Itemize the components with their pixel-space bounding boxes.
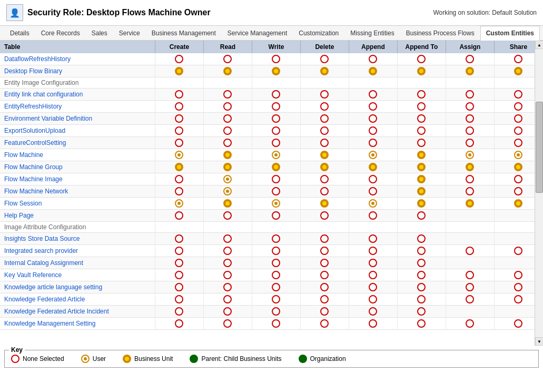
table-cell-create[interactable] bbox=[155, 293, 203, 306]
vertical-scrollbar[interactable]: ▲ ▼ bbox=[535, 41, 543, 346]
table-cell-create[interactable] bbox=[155, 113, 203, 125]
table-cell-appendTo[interactable] bbox=[397, 89, 446, 101]
perm-none-icon[interactable] bbox=[466, 187, 474, 195]
table-cell-create[interactable] bbox=[155, 210, 203, 222]
table-cell-create[interactable] bbox=[155, 318, 203, 330]
perm-none-icon[interactable] bbox=[272, 126, 280, 135]
table-cell-appendTo[interactable] bbox=[397, 306, 446, 318]
perm-none-icon[interactable] bbox=[175, 114, 183, 123]
perm-bu-icon[interactable] bbox=[514, 199, 522, 208]
table-name-link[interactable]: ExportSolutionUpload bbox=[4, 127, 65, 134]
perm-none-icon[interactable] bbox=[272, 175, 280, 183]
perm-user-icon[interactable] bbox=[369, 151, 377, 159]
perm-bu-icon[interactable] bbox=[417, 199, 426, 208]
table-cell-read[interactable] bbox=[203, 245, 252, 257]
table-cell-write[interactable] bbox=[252, 149, 300, 161]
perm-none-icon[interactable] bbox=[514, 126, 522, 135]
table-cell-create[interactable] bbox=[155, 281, 203, 293]
table-cell-create[interactable] bbox=[155, 257, 203, 269]
table-name-link[interactable]: Entity link chat configuration bbox=[4, 91, 83, 98]
perm-none-icon[interactable] bbox=[369, 247, 377, 255]
scroll-up-button[interactable]: ▲ bbox=[535, 41, 543, 49]
perm-none-icon[interactable] bbox=[369, 234, 377, 243]
table-cell-assign[interactable] bbox=[446, 245, 494, 257]
table-cell-append[interactable] bbox=[349, 281, 397, 293]
table-cell-write[interactable] bbox=[252, 77, 300, 89]
table-name-link[interactable]: Knowledge Federated Article Incident bbox=[4, 308, 109, 315]
table-cell-create[interactable] bbox=[155, 198, 203, 210]
tab-details[interactable]: Details bbox=[4, 26, 35, 40]
perm-none-icon[interactable] bbox=[369, 187, 377, 195]
table-cell-delete[interactable] bbox=[300, 77, 349, 89]
table-cell-create[interactable] bbox=[155, 125, 203, 137]
perm-none-icon[interactable] bbox=[369, 126, 377, 135]
table-name-link[interactable]: Help Page bbox=[4, 212, 34, 219]
table-cell-assign[interactable] bbox=[446, 281, 494, 293]
table-cell-append[interactable] bbox=[349, 89, 397, 101]
table-cell-read[interactable] bbox=[203, 198, 252, 210]
perm-bu-icon[interactable] bbox=[175, 163, 183, 171]
table-cell-append[interactable] bbox=[349, 77, 397, 89]
table-cell-append[interactable] bbox=[349, 306, 397, 318]
table-cell-write[interactable] bbox=[252, 318, 300, 330]
perm-none-icon[interactable] bbox=[272, 114, 280, 123]
perm-none-icon[interactable] bbox=[223, 90, 232, 99]
table-name-link[interactable]: Knowledge Federated Article bbox=[4, 296, 85, 303]
perm-none-icon[interactable] bbox=[369, 307, 377, 316]
perm-user-icon[interactable] bbox=[175, 199, 183, 208]
table-cell-write[interactable] bbox=[252, 245, 300, 257]
table-name-link[interactable]: DataflowRefreshHistory bbox=[4, 55, 71, 63]
perm-none-icon[interactable] bbox=[417, 247, 426, 255]
perm-none-icon[interactable] bbox=[223, 114, 232, 123]
perm-bu-icon[interactable] bbox=[223, 151, 232, 159]
table-cell-create[interactable] bbox=[155, 233, 203, 245]
table-cell-append[interactable] bbox=[349, 257, 397, 269]
table-cell-append[interactable] bbox=[349, 125, 397, 137]
perm-none-icon[interactable] bbox=[514, 247, 522, 255]
table-cell-read[interactable] bbox=[203, 89, 252, 101]
table-cell-assign[interactable] bbox=[446, 161, 494, 173]
table-cell-write[interactable] bbox=[252, 198, 300, 210]
table-container[interactable]: Table Create Read Write Delete Append Ap… bbox=[0, 41, 543, 346]
table-cell-append[interactable] bbox=[349, 233, 397, 245]
perm-none-icon[interactable] bbox=[175, 90, 183, 99]
table-cell-write[interactable] bbox=[252, 65, 300, 77]
table-name-link[interactable]: EntityRefreshHistory bbox=[4, 103, 62, 110]
table-cell-create[interactable] bbox=[155, 137, 203, 149]
perm-user-icon[interactable] bbox=[466, 151, 474, 159]
perm-none-icon[interactable] bbox=[514, 187, 522, 195]
table-cell-appendTo[interactable] bbox=[397, 269, 446, 281]
table-cell-delete[interactable] bbox=[300, 222, 349, 233]
table-cell-appendTo[interactable] bbox=[397, 113, 446, 125]
perm-bu-icon[interactable] bbox=[417, 67, 426, 75]
table-cell-assign[interactable] bbox=[446, 318, 494, 330]
table-cell-delete[interactable] bbox=[300, 161, 349, 173]
perm-none-icon[interactable] bbox=[320, 90, 329, 99]
table-cell-delete[interactable] bbox=[300, 125, 349, 137]
table-cell-read[interactable] bbox=[203, 101, 252, 113]
table-cell-appendTo[interactable] bbox=[397, 210, 446, 222]
perm-none-icon[interactable] bbox=[466, 271, 474, 279]
table-cell-append[interactable] bbox=[349, 65, 397, 77]
perm-none-icon[interactable] bbox=[272, 319, 280, 328]
table-cell-read[interactable] bbox=[203, 173, 252, 185]
perm-bu-icon[interactable] bbox=[417, 175, 426, 183]
table-cell-write[interactable] bbox=[252, 257, 300, 269]
table-cell-create[interactable] bbox=[155, 161, 203, 173]
perm-none-icon[interactable] bbox=[369, 283, 377, 291]
table-cell-create[interactable] bbox=[155, 53, 203, 65]
table-cell-appendTo[interactable] bbox=[397, 53, 446, 65]
table-cell-assign[interactable] bbox=[446, 53, 494, 65]
table-cell-assign[interactable] bbox=[446, 173, 494, 185]
table-name-link[interactable]: Flow Session bbox=[4, 200, 42, 207]
table-cell-assign[interactable] bbox=[446, 89, 494, 101]
perm-none-icon[interactable] bbox=[175, 175, 183, 183]
table-cell-append[interactable] bbox=[349, 245, 397, 257]
perm-none-icon[interactable] bbox=[272, 234, 280, 243]
table-name-link[interactable]: Environment Variable Definition bbox=[4, 115, 92, 122]
tab-business-process-flows[interactable]: Business Process Flows bbox=[400, 26, 480, 40]
table-cell-assign[interactable] bbox=[446, 306, 494, 318]
perm-none-icon[interactable] bbox=[466, 319, 474, 328]
perm-none-icon[interactable] bbox=[466, 295, 474, 303]
perm-none-icon[interactable] bbox=[514, 271, 522, 279]
